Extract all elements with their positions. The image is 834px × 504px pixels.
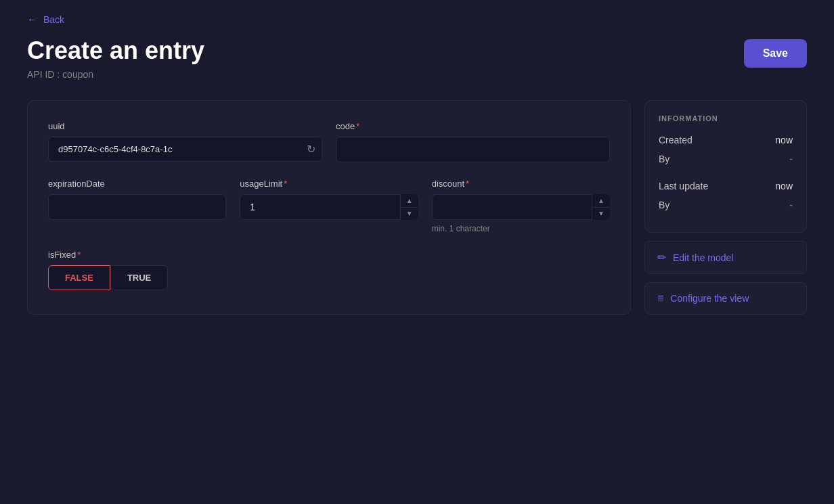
is-fixed-required: *: [77, 250, 81, 260]
is-fixed-group: isFixed* FALSE TRUE: [48, 250, 610, 290]
lines-icon: ≡: [657, 292, 663, 304]
info-title: INFORMATION: [659, 114, 793, 122]
last-update-by-value: -: [789, 200, 793, 210]
pencil-icon: ✏: [657, 251, 666, 264]
usage-limit-input[interactable]: [240, 194, 418, 220]
refresh-icon[interactable]: ↻: [307, 143, 315, 156]
edit-model-label: Edit the model: [673, 252, 734, 263]
page-header: Create an entry API ID : coupon Save: [27, 37, 807, 80]
discount-group: discount* ▲ ▼ min. 1 character: [432, 179, 610, 233]
usage-limit-up[interactable]: ▲: [401, 194, 418, 208]
by-label: By: [659, 154, 670, 164]
configure-view-label: Configure the view: [670, 293, 749, 304]
expiration-group: expirationDate: [48, 179, 226, 233]
code-required: *: [356, 121, 359, 131]
created-label: Created: [659, 135, 693, 145]
last-update-by-row: By -: [659, 200, 793, 210]
by-value: -: [789, 154, 793, 164]
discount-wrapper: ▲ ▼: [432, 194, 610, 220]
form-row-2: expirationDate usageLimit* ▲ ▼ discount*: [48, 179, 610, 233]
boolean-toggle: FALSE TRUE: [48, 265, 610, 290]
last-update-value: now: [775, 181, 793, 191]
discount-label: discount*: [432, 179, 610, 189]
code-label: code*: [336, 121, 610, 131]
expiration-label: expirationDate: [48, 179, 226, 189]
edit-model-button[interactable]: ✏ Edit the model: [644, 241, 807, 274]
uuid-input[interactable]: [48, 137, 322, 162]
last-update-by-label: By: [659, 200, 670, 210]
form-row-3: isFixed* FALSE TRUE: [48, 250, 610, 290]
created-row: Created now: [659, 135, 793, 145]
back-label: Back: [43, 14, 64, 25]
sidebar-panel: INFORMATION Created now By - Last update…: [644, 100, 807, 315]
expiration-input[interactable]: [48, 194, 226, 220]
by-row: By -: [659, 154, 793, 164]
header-left: Create an entry API ID : coupon: [27, 37, 204, 80]
is-fixed-label: isFixed*: [48, 250, 610, 260]
discount-up[interactable]: ▲: [592, 194, 610, 208]
api-id: API ID : coupon: [27, 69, 204, 80]
back-link[interactable]: ← Back: [27, 14, 807, 26]
uuid-label: uuid: [48, 121, 322, 131]
main-content: uuid ↻ code* expirationDate us: [27, 100, 807, 315]
code-group: code*: [336, 121, 610, 162]
info-card: INFORMATION Created now By - Last update…: [644, 100, 807, 233]
discount-required: *: [466, 179, 469, 189]
uuid-wrapper: ↻: [48, 137, 322, 162]
discount-spinners: ▲ ▼: [592, 194, 610, 220]
page-title: Create an entry: [27, 37, 204, 65]
usage-limit-down[interactable]: ▼: [401, 208, 418, 221]
code-input[interactable]: [336, 137, 610, 162]
discount-hint: min. 1 character: [432, 224, 610, 233]
uuid-group: uuid ↻: [48, 121, 322, 162]
usage-limit-label: usageLimit*: [240, 179, 418, 189]
form-row-1: uuid ↻ code*: [48, 121, 610, 162]
true-button[interactable]: TRUE: [110, 265, 168, 290]
last-update-label: Last update: [659, 181, 708, 191]
form-panel: uuid ↻ code* expirationDate us: [27, 100, 631, 315]
last-update-row: Last update now: [659, 181, 793, 191]
back-arrow-icon: ←: [27, 14, 38, 26]
discount-down[interactable]: ▼: [592, 208, 610, 221]
configure-view-button[interactable]: ≡ Configure the view: [644, 282, 807, 315]
usage-limit-required: *: [284, 179, 287, 189]
created-value: now: [775, 135, 793, 145]
usage-limit-spinners: ▲ ▼: [400, 194, 418, 220]
discount-input[interactable]: [432, 194, 610, 220]
usage-limit-wrapper: ▲ ▼: [240, 194, 418, 220]
usage-limit-group: usageLimit* ▲ ▼: [240, 179, 418, 233]
false-button[interactable]: FALSE: [48, 265, 110, 290]
save-button[interactable]: Save: [744, 39, 807, 68]
